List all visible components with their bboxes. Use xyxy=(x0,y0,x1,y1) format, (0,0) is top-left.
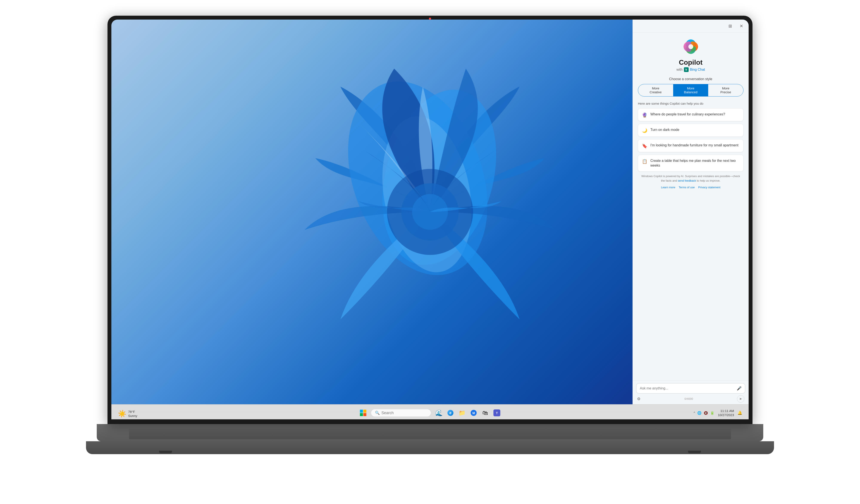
svg-rect-8 xyxy=(363,409,367,413)
screen-bezel: ⊞ ✕ xyxy=(111,19,749,419)
search-input[interactable] xyxy=(382,411,425,415)
copilot-input-footer: ⚙ 0/4000 ➤ xyxy=(636,395,745,403)
taskbar-colorful-icon[interactable]: 🌊 xyxy=(434,408,444,418)
suggestion-dark-mode-text: Turn on dark mode xyxy=(650,128,679,132)
suggestion-furniture[interactable]: 🔖 I'm looking for handmade furniture for… xyxy=(638,139,744,152)
network-icon[interactable]: 🌐 xyxy=(697,411,702,415)
svg-point-6 xyxy=(688,44,693,49)
taskbar-teams-icon[interactable]: T xyxy=(492,408,502,418)
taskbar-files-icon[interactable]: 📁 xyxy=(457,408,467,418)
expand-icon[interactable]: ⊞ xyxy=(726,22,734,30)
copilot-footer-links: Learn more Terms of use Privacy statemen… xyxy=(661,186,720,189)
suggestion-culinary[interactable]: 🔮 Where do people travel for culinary ex… xyxy=(638,108,744,121)
settings-icon[interactable]: ⚙ xyxy=(637,397,641,401)
bing-icon: b xyxy=(684,67,689,72)
taskbar: ☀️ 78°F Sunny xyxy=(111,404,749,419)
send-button[interactable]: ➤ xyxy=(737,395,744,403)
dark-mode-icon: 🌙 xyxy=(642,128,647,133)
system-tray: ^ 🌐 🔇 🔋 xyxy=(693,411,714,415)
svg-rect-9 xyxy=(360,413,363,416)
learn-more-link[interactable]: Learn more xyxy=(661,186,675,189)
taskbar-edge-icon[interactable]: e xyxy=(445,408,456,418)
screen-lid: ⊞ ✕ xyxy=(108,16,752,424)
input-settings: ⚙ xyxy=(637,397,641,401)
subtitle-prefix: with xyxy=(676,68,683,72)
desktop: ⊞ ✕ xyxy=(111,19,749,404)
taskbar-app-icons: 🌊 e xyxy=(434,408,502,418)
search-icon: 🔍 xyxy=(375,411,380,415)
privacy-link[interactable]: Privacy statement xyxy=(698,186,720,189)
copilot-panel-header: ⊞ ✕ xyxy=(633,19,749,33)
copilot-disclaimer: Windows Copilot is powered by AI. Surpri… xyxy=(638,174,744,183)
copilot-title: Copilot xyxy=(679,58,702,67)
suggestion-meals[interactable]: 📋 Create a table that helps me plan meal… xyxy=(638,155,744,172)
suggestions-title: Here are some things Copilot can help yo… xyxy=(638,102,744,105)
battery-icon[interactable]: 🔋 xyxy=(710,411,714,415)
taskbar-browser-icon[interactable]: M xyxy=(469,408,479,418)
close-icon[interactable]: ✕ xyxy=(737,22,745,30)
weather-sun-icon: ☀️ xyxy=(118,409,126,418)
terms-link[interactable]: Terms of use xyxy=(679,186,695,189)
svg-text:T: T xyxy=(496,412,498,415)
furniture-icon: 🔖 xyxy=(642,143,647,148)
char-count: 0/4000 xyxy=(685,397,693,400)
copilot-input-box: 🎤 xyxy=(636,383,745,393)
copilot-input-area: 🎤 ⚙ 0/4000 ➤ xyxy=(633,380,749,404)
keyboard-base xyxy=(97,424,763,441)
weather-widget[interactable]: ☀️ 78°F Sunny xyxy=(118,409,138,418)
copilot-subtitle: with b Bing Chat xyxy=(676,67,705,72)
laptop-foot-left xyxy=(159,451,172,453)
taskbar-center: 🔍 🌊 xyxy=(358,408,502,418)
conversation-style-label: Choose a conversation style xyxy=(669,77,712,81)
send-feedback-link[interactable]: send feedback xyxy=(678,179,696,182)
style-creative-label: MoreCreative xyxy=(640,86,671,94)
laptop-base xyxy=(86,441,774,454)
svg-rect-7 xyxy=(360,409,363,413)
suggestion-furniture-text: I'm looking for handmade furniture for m… xyxy=(650,143,738,148)
suggestion-dark-mode[interactable]: 🌙 Turn on dark mode xyxy=(638,124,744,137)
style-precise-label: MorePrecise xyxy=(710,86,742,94)
copilot-panel-body: Copilot with b Bing Chat Choose a conver… xyxy=(633,33,749,380)
taskbar-right: ^ 🌐 🔇 🔋 11:11 AM 10/27/2023 🔔 xyxy=(693,409,742,417)
tray-arrow[interactable]: ^ xyxy=(693,411,695,415)
style-balanced-label: MoreBalanced xyxy=(675,86,706,94)
svg-text:M: M xyxy=(472,412,475,415)
laptop-foot-right xyxy=(688,451,701,453)
style-balanced-button[interactable]: MoreBalanced xyxy=(673,84,708,96)
copilot-panel: ⊞ ✕ xyxy=(632,19,749,404)
copilot-logo xyxy=(681,37,701,56)
time-display: 11:11 AM xyxy=(718,409,734,413)
svg-rect-10 xyxy=(363,413,367,416)
microphone-icon[interactable]: 🎤 xyxy=(737,386,742,391)
search-bar[interactable]: 🔍 xyxy=(371,409,431,417)
culinary-icon: 🔮 xyxy=(642,112,647,118)
copilot-text-input[interactable] xyxy=(640,386,735,390)
bing-chat-link[interactable]: Bing Chat xyxy=(690,68,705,72)
volume-icon[interactable]: 🔇 xyxy=(704,411,708,415)
suggestion-culinary-text: Where do people travel for culinary expe… xyxy=(650,112,725,117)
meals-icon: 📋 xyxy=(642,159,647,164)
style-creative-button[interactable]: MoreCreative xyxy=(638,84,673,96)
disclaimer-suffix: to help us improve. xyxy=(697,179,720,182)
temperature: 78°F xyxy=(128,409,138,414)
notifications-icon[interactable]: 🔔 xyxy=(737,411,742,415)
keyboard-area xyxy=(129,428,731,439)
weather-info: 78°F Sunny xyxy=(128,409,138,418)
weather-condition: Sunny xyxy=(128,414,138,418)
svg-text:e: e xyxy=(449,411,452,415)
clock[interactable]: 11:11 AM 10/27/2023 xyxy=(718,409,734,417)
laptop-feet xyxy=(159,451,701,453)
suggestion-meals-text: Create a table that helps me plan meals … xyxy=(650,158,740,168)
laptop: ⊞ ✕ xyxy=(86,16,774,489)
date-display: 10/27/2023 xyxy=(718,413,734,417)
start-button[interactable] xyxy=(358,408,368,418)
conversation-style-selector: MoreCreative MoreBalanced MorePrecise xyxy=(638,84,744,97)
style-precise-button[interactable]: MorePrecise xyxy=(708,84,743,96)
taskbar-store-icon[interactable]: 🛍 xyxy=(480,408,490,418)
